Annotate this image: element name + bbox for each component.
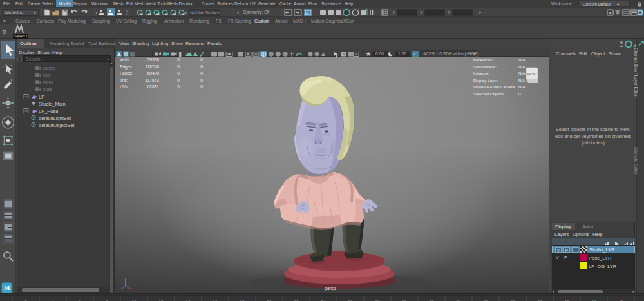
svg-text:ACES 1.0 SDR-video (sRGB): ACES 1.0 SDR-video (sRGB) xyxy=(423,52,478,57)
svg-text:0: 0 xyxy=(177,57,180,62)
svg-text:0: 0 xyxy=(518,92,521,96)
svg-text:0: 0 xyxy=(200,78,203,83)
svg-text:N/A: N/A xyxy=(518,84,526,89)
svg-text:0: 0 xyxy=(200,57,203,62)
svg-text:LP_Pose: LP_Pose xyxy=(39,108,58,114)
svg-text:defaultLightSet: defaultLightSet xyxy=(39,115,71,121)
svg-text:0: 0 xyxy=(200,84,203,89)
svg-text:Faces:: Faces: xyxy=(120,71,133,75)
svg-text:118748: 118748 xyxy=(145,64,159,69)
svg-text:0: 0 xyxy=(200,71,203,75)
svg-text:60400: 60400 xyxy=(147,71,160,75)
svg-text:persp: persp xyxy=(325,286,336,291)
svg-text:top: top xyxy=(43,72,50,78)
svg-text:Backfaces:: Backfaces: xyxy=(473,57,493,62)
svg-text:Smoothness:: Smoothness: xyxy=(473,64,497,69)
svg-text:N/A: N/A xyxy=(518,64,526,69)
svg-text:117643: 117643 xyxy=(145,78,159,83)
svg-text:0: 0 xyxy=(177,78,180,83)
svg-text:0: 0 xyxy=(177,71,180,75)
svg-text:Edges:: Edges: xyxy=(120,64,133,70)
svg-text:Distance From Camera:: Distance From Camera: xyxy=(473,84,516,89)
svg-text:0: 0 xyxy=(177,84,180,89)
svg-text:UVs:: UVs: xyxy=(120,84,129,89)
svg-text:0: 0 xyxy=(177,64,180,69)
svg-text:Selected Objects:: Selected Objects: xyxy=(473,92,505,96)
svg-text:1.00: 1.00 xyxy=(398,52,406,56)
svg-text:Instance:: Instance: xyxy=(473,71,489,75)
svg-text:Tris:: Tris: xyxy=(120,78,128,83)
svg-text:62881: 62881 xyxy=(147,84,160,89)
svg-text:0: 0 xyxy=(200,64,203,69)
svg-text:0.00: 0.00 xyxy=(375,52,384,56)
svg-text:59338: 59338 xyxy=(147,57,160,62)
svg-text:Studio_Main: Studio_Main xyxy=(39,101,66,107)
svg-text:N/A: N/A xyxy=(518,71,526,75)
svg-text:N/A: N/A xyxy=(518,57,526,62)
svg-text:front: front xyxy=(43,79,53,85)
svg-text:Display Layer:: Display Layer: xyxy=(473,78,498,83)
svg-text:side: side xyxy=(43,86,52,92)
svg-text:Verts:: Verts: xyxy=(120,57,131,62)
svg-text:persp: persp xyxy=(43,65,55,71)
svg-text:N/A: N/A xyxy=(518,78,526,83)
svg-text:FRONT: FRONT xyxy=(527,73,536,76)
svg-text:LP: LP xyxy=(39,94,44,100)
svg-text:defaultObjectSet: defaultObjectSet xyxy=(39,122,75,128)
